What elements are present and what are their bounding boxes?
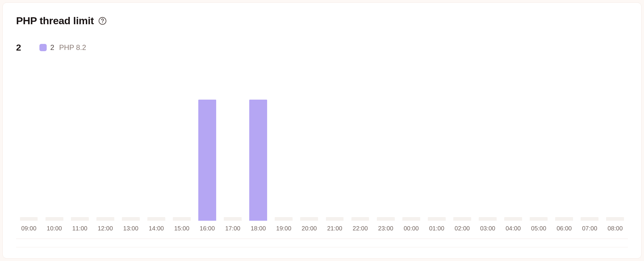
- bar-cell: [271, 100, 297, 221]
- bar[interactable]: [606, 217, 624, 221]
- bar-cell: [16, 100, 42, 221]
- bar-cell: [526, 100, 552, 221]
- help-icon[interactable]: [98, 17, 107, 25]
- bar[interactable]: [20, 217, 38, 221]
- bar[interactable]: [275, 217, 293, 221]
- bar-cell: [169, 100, 194, 221]
- bar[interactable]: [351, 217, 369, 221]
- legend-label: PHP 8.2: [59, 43, 86, 52]
- card-title: PHP thread limit: [16, 15, 94, 27]
- x-tick-label: 17:00: [220, 225, 246, 232]
- bar[interactable]: [300, 217, 318, 221]
- chart-footer-rule: [16, 239, 628, 247]
- bar-cell: [220, 100, 246, 221]
- legend-value: 2: [50, 43, 54, 52]
- x-tick-label: 19:00: [271, 225, 297, 232]
- x-tick-label: 22:00: [347, 225, 373, 232]
- bar-cell: [246, 100, 271, 221]
- bar[interactable]: [530, 217, 548, 221]
- bar[interactable]: [249, 100, 267, 221]
- bar-cell: [92, 100, 118, 221]
- bar-cell: [373, 100, 398, 221]
- bar[interactable]: [581, 217, 599, 221]
- bar[interactable]: [479, 217, 497, 221]
- bar-cell: [424, 100, 449, 221]
- x-tick-label: 11:00: [67, 225, 92, 232]
- bar[interactable]: [96, 217, 114, 221]
- x-tick-label: 07:00: [577, 225, 602, 232]
- bar-cell: [195, 100, 220, 221]
- x-tick-label: 02:00: [449, 225, 475, 232]
- chart-bars: [16, 100, 628, 221]
- x-tick-label: 13:00: [118, 225, 143, 232]
- bar-cell: [297, 100, 322, 221]
- bar[interactable]: [122, 217, 140, 221]
- bar[interactable]: [198, 100, 216, 221]
- bar[interactable]: [428, 217, 446, 221]
- bar-cell: [347, 100, 373, 221]
- x-tick-label: 23:00: [373, 225, 398, 232]
- x-tick-label: 20:00: [297, 225, 322, 232]
- bar[interactable]: [326, 217, 344, 221]
- bar[interactable]: [453, 217, 471, 221]
- bar[interactable]: [45, 217, 63, 221]
- x-tick-label: 10:00: [42, 225, 67, 232]
- bar[interactable]: [224, 217, 242, 221]
- bar[interactable]: [147, 217, 165, 221]
- title-row: PHP thread limit: [16, 15, 628, 27]
- x-tick-label: 12:00: [92, 225, 118, 232]
- bar-cell: [577, 100, 602, 221]
- x-tick-label: 14:00: [143, 225, 169, 232]
- x-tick-label: 16:00: [195, 225, 220, 232]
- summary-total: 2: [16, 42, 21, 53]
- bar-cell: [449, 100, 475, 221]
- svg-point-1: [102, 22, 103, 23]
- bar-cell: [552, 100, 577, 221]
- bar-cell: [398, 100, 424, 221]
- x-tick-label: 05:00: [526, 225, 552, 232]
- x-tick-label: 09:00: [16, 225, 42, 232]
- x-tick-label: 08:00: [602, 225, 628, 232]
- php-thread-limit-card: PHP thread limit 2 2 PHP 8.2 09:0010:001…: [2, 2, 642, 259]
- bar-cell: [67, 100, 92, 221]
- bar-cell: [143, 100, 169, 221]
- x-tick-label: 03:00: [475, 225, 500, 232]
- bar[interactable]: [377, 217, 395, 221]
- x-tick-label: 06:00: [552, 225, 577, 232]
- bar-cell: [500, 100, 526, 221]
- x-tick-label: 15:00: [169, 225, 194, 232]
- bar-cell: [118, 100, 143, 221]
- x-tick-label: 18:00: [246, 225, 271, 232]
- chart-x-labels: 09:0010:0011:0012:0013:0014:0015:0016:00…: [16, 221, 628, 239]
- bar-cell: [322, 100, 347, 221]
- x-tick-label: 04:00: [500, 225, 526, 232]
- bar[interactable]: [402, 217, 420, 221]
- legend: 2 PHP 8.2: [39, 43, 86, 52]
- x-tick-label: 00:00: [398, 225, 424, 232]
- bar[interactable]: [555, 217, 573, 221]
- x-tick-label: 21:00: [322, 225, 347, 232]
- summary-row: 2 2 PHP 8.2: [16, 42, 628, 53]
- bar-cell: [475, 100, 500, 221]
- legend-swatch: [39, 44, 47, 51]
- chart: 09:0010:0011:0012:0013:0014:0015:0016:00…: [16, 100, 628, 247]
- bar[interactable]: [173, 217, 191, 221]
- bar[interactable]: [71, 217, 89, 221]
- x-tick-label: 01:00: [424, 225, 449, 232]
- bar-cell: [602, 100, 628, 221]
- bar[interactable]: [504, 217, 522, 221]
- bar-cell: [42, 100, 67, 221]
